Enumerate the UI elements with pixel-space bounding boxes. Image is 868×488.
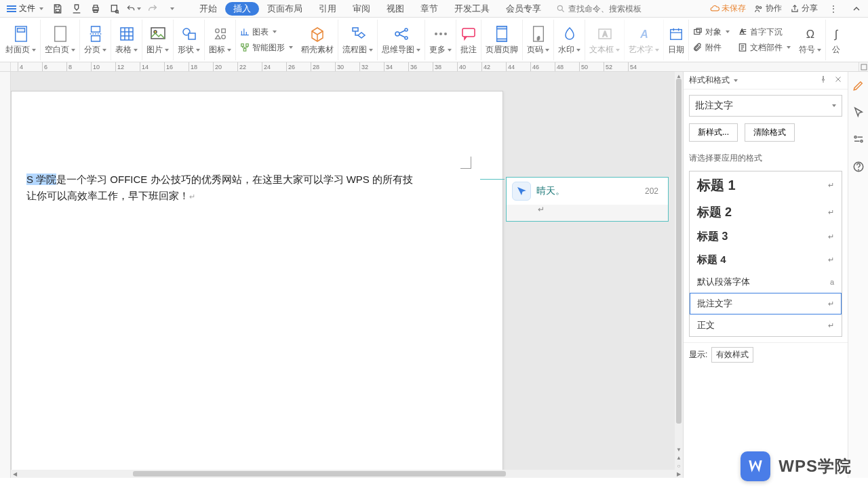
page-break-button[interactable]: 分页 [80,20,111,60]
select-tool-icon[interactable] [852,106,865,119]
textbox-button[interactable]: A文本框 [585,20,625,60]
save-button[interactable] [50,1,65,16]
style-item[interactable]: 正文↵ [690,314,842,336]
print-button[interactable] [88,1,103,16]
style-item[interactable]: 标题 4↵ [690,249,842,271]
tab-review[interactable]: 审阅 [344,0,378,17]
chart-button[interactable]: 图表 [240,26,293,38]
redo-button[interactable] [145,1,160,16]
style-item[interactable]: 标题 3↵ [690,225,842,249]
more-menu[interactable]: ⋮ [826,1,841,16]
document-area[interactable]: S 学院是一个学习 OFFICE 办公技巧的优秀网站，在这里大家可以学习 WPS… [11,72,683,478]
prev-page-arrow[interactable]: ▲ [675,453,683,462]
style-item-label: 标题 2 [697,204,732,220]
doc-resources-button[interactable]: 稻壳素材 [297,20,338,60]
qat-customize[interactable] [164,1,179,16]
current-style-select[interactable]: 批注文字 [689,95,842,117]
command-search[interactable] [556,4,710,14]
scroll-down-arrow[interactable]: ▼ [675,445,683,453]
help-icon[interactable] [852,160,865,174]
style-item[interactable]: 默认段落字体a [690,271,842,293]
symbol-button[interactable]: Ω符号 [795,20,826,60]
hscroll-thumb[interactable] [133,471,506,476]
comment-body[interactable]: ↵ [507,205,668,221]
clear-format-button[interactable]: 清除格式 [745,123,795,142]
more-button[interactable]: 更多 [425,20,456,60]
cover-page-button[interactable]: 封面页 [1,20,41,60]
picture-button[interactable]: 图片 [142,20,174,60]
first-drop-button[interactable]: A首字下沉 [738,26,791,38]
browse-object[interactable]: ○ [675,462,683,470]
table-button[interactable]: 表格 [111,20,142,60]
blank-page-button[interactable]: 空白页 [41,20,80,60]
tab-section[interactable]: 章节 [412,0,446,17]
svg-point-49 [858,169,859,170]
tab-dev[interactable]: 开发工具 [446,0,498,17]
collapse-ribbon[interactable] [849,1,864,16]
tab-member[interactable]: 会员专享 [498,0,549,17]
pin-icon[interactable] [819,75,827,85]
vertical-scrollbar[interactable]: ▲ ▼ ▲ ○ ▼ [675,72,683,478]
ruler-tick: 8 [66,62,72,71]
icon-button[interactable]: 图标 [205,20,236,60]
scroll-thumb[interactable] [676,79,682,424]
tab-view[interactable]: 视图 [378,0,412,17]
caret-down-icon[interactable] [734,79,738,82]
command-search-input[interactable] [568,4,663,14]
flowchart-button[interactable]: 流程图 [338,20,378,60]
share-button[interactable]: 分享 [790,3,818,14]
comment-box[interactable]: 晴天。 202 ↵ [506,177,669,222]
tab-start[interactable]: 开始 [191,0,225,17]
mindmap-button[interactable]: 思维导图 [378,20,425,60]
ruler-split[interactable] [859,62,868,71]
date-button[interactable]: 日期 [664,20,689,60]
export-button[interactable] [69,1,84,16]
style-item[interactable]: 批注文字↵ [690,293,842,314]
doc-body[interactable]: S 学院是一个学习 OFFICE 办公技巧的优秀网站，在这里大家可以学习 WPS… [26,171,469,205]
horizontal-scrollbar[interactable]: ◀ ▶ [11,470,683,478]
show-label: 显示: [689,349,707,361]
object-button[interactable]: 对象 [693,26,730,38]
header-footer-button[interactable]: 页眉页脚 [481,20,523,60]
attach-button[interactable]: 附件 [693,42,730,54]
comment-author: 晴天。 [536,185,565,197]
print-preview-button[interactable] [107,1,122,16]
watermark-button[interactable]: 水印 [554,20,585,60]
ruler-tick: 4 [18,62,23,71]
wordart-button[interactable]: A艺术字 [625,20,664,60]
horizontal-ruler[interactable]: 4681012141618202224262830323436384042444… [11,62,859,71]
search-icon [556,4,566,14]
style-item[interactable]: 标题 2↵ [690,199,842,225]
page-number-button[interactable]: #页码 [523,20,554,60]
ruler-tick: 12 [115,62,124,71]
settings-icon[interactable] [852,133,865,146]
style-item[interactable]: 标题 1↵ [690,171,842,199]
tab-pagelayout[interactable]: 页面布局 [259,0,311,17]
file-menu[interactable]: 文件 [4,1,46,16]
show-select[interactable]: 有效样式 [711,347,753,363]
smartart-button[interactable]: 智能图形 [240,42,293,54]
style-list[interactable]: 标题 1↵标题 2↵标题 3↵标题 4↵默认段落字体a批注文字↵正文↵ [689,171,842,337]
comment-button[interactable]: 批注 [456,20,481,60]
style-item-label: 标题 1 [697,176,736,195]
tab-insert[interactable]: 插入 [225,2,259,16]
vertical-ruler[interactable] [0,72,11,478]
tab-reference[interactable]: 引用 [311,0,344,17]
docparts-button[interactable]: 文档部件 [738,42,791,54]
svg-point-25 [405,37,408,39]
ruler-tick: 46 [530,62,539,71]
new-style-button[interactable]: 新样式... [689,123,738,142]
scroll-right-arrow[interactable]: ▶ [675,470,683,478]
close-icon[interactable] [834,75,842,85]
style-item-mark: ↵ [828,321,834,330]
comment-avatar [512,182,531,201]
scroll-left-arrow[interactable]: ◀ [11,470,19,478]
unsaved-status[interactable]: 未保存 [710,3,746,14]
pen-tool-icon[interactable] [852,79,865,92]
wps-logo-icon [741,451,770,481]
shape-button[interactable]: 形状 [174,20,205,60]
panel-title: 样式和格式 [689,75,730,86]
collab-button[interactable]: 协作 [754,3,782,14]
undo-button[interactable] [126,1,141,16]
equation-button[interactable]: ∫公 [826,20,846,60]
